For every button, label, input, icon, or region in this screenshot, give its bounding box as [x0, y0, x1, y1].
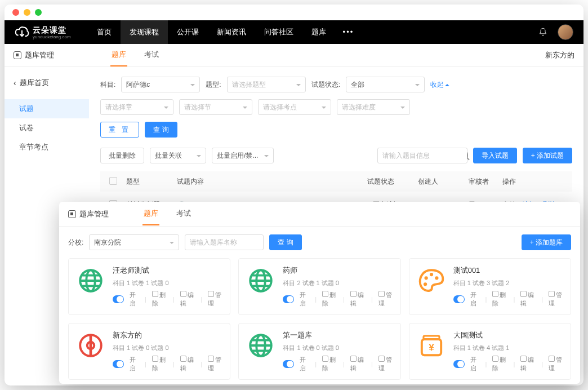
reset-button[interactable]: 重 置: [100, 122, 139, 138]
card-delete[interactable]: 删除: [322, 291, 337, 308]
module-title: 题库管理: [25, 50, 54, 60]
batch-link-select[interactable]: 批量关联: [150, 148, 206, 163]
search-button[interactable]: 查 询: [145, 122, 177, 138]
bank-card[interactable]: 测试001 科目 1 试卷 3 试题 2 开启 | 删除 | 编辑 | 管理: [409, 258, 571, 315]
bank-card[interactable]: 新东方的 科目 1 试卷 0 试题 0 开启 | 删除 | 编辑 | 管理: [68, 323, 230, 380]
search-box[interactable]: [377, 148, 467, 163]
toggle-switch[interactable]: [453, 360, 465, 368]
nav-qa[interactable]: 问答社区: [255, 20, 302, 44]
edit-icon: [350, 356, 357, 362]
card-delete[interactable]: 删除: [322, 356, 337, 373]
minimize-dot[interactable]: [24, 9, 30, 16]
trash-icon: [492, 356, 498, 362]
trash-icon: [322, 291, 328, 297]
bank-card[interactable]: 大国测试 科目 1 试卷 4 试题 1 开启 | 删除 | 编辑 | 管理: [409, 323, 571, 380]
tab-bank[interactable]: 题库: [110, 44, 127, 67]
card-edit[interactable]: 编辑: [180, 356, 195, 373]
difficulty-select[interactable]: 请选择难度: [337, 99, 410, 115]
toggle-label: 开启: [470, 356, 480, 373]
logo[interactable]: 云朵课堂 yunduoketang.com: [15, 25, 71, 39]
batch-delete-button[interactable]: 批量删除: [100, 148, 144, 163]
close-dot[interactable]: [12, 9, 19, 16]
toggle-switch[interactable]: [283, 295, 294, 303]
sidebar-item-questions[interactable]: 试题: [5, 99, 89, 118]
card-icon: [416, 265, 447, 296]
card-manage[interactable]: 管理: [208, 356, 223, 373]
add-bank-button[interactable]: + 添加题库: [522, 234, 571, 250]
card-manage[interactable]: 管理: [549, 291, 564, 308]
card-icon: [246, 330, 276, 361]
card-manage[interactable]: 管理: [378, 291, 394, 308]
toggle-switch[interactable]: [113, 360, 124, 368]
card-manage[interactable]: 管理: [549, 356, 564, 373]
branch-label: 分校:: [68, 238, 83, 247]
nav-open-course[interactable]: 公开课: [168, 20, 208, 44]
subject-select[interactable]: 阿萨德c: [121, 77, 200, 92]
card-delete[interactable]: 删除: [492, 291, 507, 308]
batch-enable-select[interactable]: 批量启用/禁...: [212, 148, 274, 163]
toggle-switch[interactable]: [453, 295, 465, 303]
nav-bank[interactable]: 题库: [302, 20, 335, 44]
th-content: 试题内容: [173, 177, 364, 187]
collapse-link[interactable]: 收起: [430, 80, 449, 90]
add-question-button[interactable]: + 添加试题: [523, 148, 572, 163]
type-label: 题型:: [206, 80, 221, 90]
card-icon: [75, 330, 106, 361]
nav-discover[interactable]: 发现课程: [121, 20, 168, 44]
bank-card[interactable]: 药师 科目 2 试卷 1 试题 0 开启 | 删除 | 编辑 | 管理: [238, 258, 400, 315]
toggle-label: 开启: [300, 356, 309, 373]
card-edit[interactable]: 编辑: [180, 291, 195, 308]
table-header: 题型 试题内容 试题状态 创建人 审核者 操作: [100, 171, 572, 192]
card-icon: [246, 265, 276, 296]
branch-select[interactable]: 南京分院: [89, 234, 179, 250]
checkbox-all[interactable]: [109, 177, 117, 185]
card-manage[interactable]: 管理: [208, 291, 223, 308]
sidebar-item-papers[interactable]: 试卷: [5, 118, 89, 138]
logo-subtext: yunduoketang.com: [33, 34, 71, 39]
point-select[interactable]: 请选择考点: [258, 99, 331, 115]
sidebar-back[interactable]: ‹ 题库首页: [5, 73, 89, 92]
sidebar-back-label: 题库首页: [20, 78, 49, 88]
card-title: 大国测试: [453, 330, 564, 340]
card-edit[interactable]: 编辑: [520, 356, 536, 373]
tab-exam[interactable]: 考试: [143, 44, 160, 67]
nav-home[interactable]: 首页: [88, 20, 121, 44]
nav-items: 首页 发现课程 公开课 新闻资讯 问答社区 题库 •••: [88, 20, 362, 44]
overlay-tab-bank[interactable]: 题库: [142, 203, 159, 225]
card-manage[interactable]: 管理: [378, 356, 394, 373]
type-select[interactable]: 请选择题型: [227, 77, 306, 92]
card-title: 测试001: [453, 265, 564, 276]
card-edit[interactable]: 编辑: [520, 291, 536, 308]
chapter-select[interactable]: 请选择章: [100, 99, 173, 115]
status-label: 试题状态:: [311, 80, 340, 90]
card-delete[interactable]: 删除: [152, 291, 167, 308]
overlay-search-button[interactable]: 查 询: [269, 234, 301, 250]
bell-icon[interactable]: [538, 28, 547, 37]
section-select[interactable]: 请选择节: [179, 99, 252, 115]
card-delete[interactable]: 删除: [492, 356, 507, 373]
card-meta: 科目 2 试卷 1 试题 0: [283, 279, 393, 287]
bank-name-input[interactable]: [185, 234, 264, 250]
card-edit[interactable]: 编辑: [350, 291, 366, 308]
toggle-label: 开启: [470, 291, 480, 308]
edit-icon: [520, 356, 527, 362]
avatar[interactable]: [558, 24, 573, 40]
import-button[interactable]: 导入试题: [473, 148, 517, 163]
status-select[interactable]: 全部: [346, 77, 425, 92]
overlay-tab-exam[interactable]: 考试: [175, 203, 192, 225]
card-edit[interactable]: 编辑: [350, 356, 366, 373]
bank-card[interactable]: 汪老师测试 科目 1 试卷 1 试题 0 开启 | 删除 | 编辑 | 管理: [68, 258, 230, 315]
nav-more[interactable]: •••: [335, 20, 362, 44]
bank-name: 新东方的: [545, 50, 574, 60]
search-input[interactable]: [382, 152, 467, 159]
toggle-switch[interactable]: [283, 360, 294, 368]
grid-icon: [378, 356, 385, 362]
maximize-dot[interactable]: [35, 9, 42, 16]
toggle-switch[interactable]: [113, 295, 124, 303]
card-icon: [416, 330, 447, 361]
grid-icon: [208, 291, 214, 297]
bank-card[interactable]: 第一题库 科目 1 试卷 0 试题 0 开启 | 删除 | 编辑 | 管理: [238, 323, 400, 380]
card-delete[interactable]: 删除: [152, 356, 167, 373]
nav-news[interactable]: 新闻资讯: [208, 20, 255, 44]
sidebar-item-chapters[interactable]: 章节考点: [5, 138, 89, 157]
